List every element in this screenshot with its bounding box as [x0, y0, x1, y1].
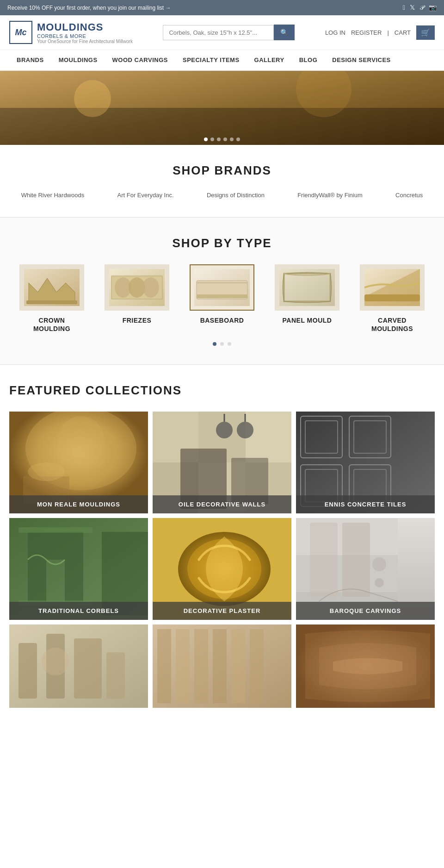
- nav-item-specialty[interactable]: SPECIALTY ITEMS: [175, 50, 247, 70]
- svg-rect-72: [176, 629, 190, 703]
- type-label-crown: CROWNMOULDING: [33, 316, 70, 333]
- cart-icon[interactable]: 🛒: [416, 25, 435, 40]
- type-item-baseboard[interactable]: BASEBOARD: [185, 264, 259, 325]
- promo-arrow: →: [165, 5, 171, 11]
- type-carousel-dots: [9, 342, 435, 346]
- logo-subtitle: CORBELS & MORE: [37, 33, 133, 39]
- collections-bottom-row: [9, 624, 435, 708]
- logo-tagline: Your OneSource for Fine Architectural Mi…: [37, 39, 133, 44]
- collection-label-oile-walls: OILE DECORATIVE WALLS: [153, 495, 291, 513]
- slider-dot-6[interactable]: [236, 137, 240, 141]
- cart-link[interactable]: CART: [395, 29, 411, 36]
- collection-ennis-tiles[interactable]: ENNIS CONCRETE TILES: [296, 412, 435, 513]
- register-link[interactable]: REGISTER: [351, 29, 382, 36]
- type-item-carved-mouldings[interactable]: CARVEDMOULDINGS: [355, 264, 429, 333]
- nav-list: BRANDS MOULDINGS WOOD CARVINGS SPECIALTY…: [9, 50, 435, 70]
- search-input[interactable]: [163, 25, 274, 40]
- brand-friendlywall[interactable]: FriendlyWall® by Finium: [297, 192, 363, 199]
- nav-item-wood-carvings[interactable]: WOOD CARVINGS: [105, 50, 175, 70]
- slider-dot-3[interactable]: [217, 137, 221, 141]
- svg-rect-68: [106, 652, 125, 699]
- slider-dot-4[interactable]: [223, 137, 227, 141]
- slider-dot-5[interactable]: [230, 137, 234, 141]
- brands-row: White River Hardwoods Art For Everyday I…: [9, 192, 435, 199]
- logo-area[interactable]: Mc MOULDINGS CORBELS & MORE Your OneSour…: [9, 21, 133, 44]
- svg-point-11: [142, 277, 159, 298]
- svg-point-25: [28, 462, 65, 481]
- nav-item-brands[interactable]: BRANDS: [9, 50, 51, 70]
- type-item-panel-mould[interactable]: PANEL MOULD: [270, 264, 344, 325]
- svg-rect-50: [18, 527, 92, 533]
- nav-item-blog[interactable]: BLOG: [292, 50, 325, 70]
- collection-label-mon-reale: MON REALE MOULDINGS: [9, 495, 148, 513]
- featured-title: FEATURED COLLECTIONS: [9, 383, 435, 398]
- cart-separator: |: [387, 29, 388, 36]
- slider-dot-1[interactable]: [204, 137, 208, 141]
- type-dot-2[interactable]: [220, 342, 224, 346]
- slider-dot-2[interactable]: [210, 137, 214, 141]
- collection-traditional-corbels[interactable]: TRADITIONAL CORBELS: [9, 518, 148, 620]
- type-label-friezes: FRIEZES: [123, 316, 152, 325]
- hero-slider-dots: [0, 134, 444, 145]
- type-item-friezes[interactable]: FRIEZES: [100, 264, 174, 325]
- type-dot-3[interactable]: [228, 342, 231, 346]
- hero-slider: [0, 71, 444, 145]
- svg-rect-75: [231, 629, 245, 703]
- nav-item-design-services[interactable]: DESIGN SERVICES: [325, 50, 398, 70]
- main-nav: BRANDS MOULDINGS WOOD CARVINGS SPECIALTY…: [0, 50, 444, 71]
- type-img-friezes: [105, 264, 169, 311]
- svg-rect-20: [364, 294, 420, 301]
- logo-title: MOULDINGS: [37, 21, 133, 33]
- svg-rect-14: [197, 294, 247, 298]
- nav-item-mouldings[interactable]: MOULDINGS: [51, 50, 105, 70]
- instagram-icon[interactable]: 📷: [429, 4, 437, 12]
- shop-by-type-title: SHOP BY TYPE: [9, 236, 435, 250]
- shop-brands-section: SHOP BRANDS White River Hardwoods Art Fo…: [0, 145, 444, 217]
- type-dot-1[interactable]: [213, 342, 216, 346]
- svg-rect-71: [157, 629, 171, 703]
- svg-point-63: [375, 578, 384, 587]
- collection-label-decorative-plaster: DECORATIVE PLASTER: [153, 602, 291, 620]
- twitter-icon[interactable]: 𝕏: [410, 4, 415, 12]
- svg-rect-76: [250, 629, 264, 703]
- brand-concretus[interactable]: Concretus: [395, 192, 423, 199]
- logo-text: MOULDINGS CORBELS & MORE Your OneSource …: [37, 21, 133, 44]
- collection-label-traditional-corbels: TRADITIONAL CORBELS: [9, 602, 148, 620]
- social-icons:  𝕏 𝒫 📷: [403, 4, 437, 12]
- type-items-row: CROWNMOULDING FRIEZES: [9, 264, 435, 333]
- type-item-crown[interactable]: CROWNMOULDING: [15, 264, 89, 333]
- search-button[interactable]: 🔍: [274, 25, 295, 40]
- nav-item-gallery[interactable]: GALLERY: [247, 50, 292, 70]
- collection-label-baroque-carvings: BAROQUE CARVINGS: [296, 602, 435, 620]
- shop-by-type-section: SHOP BY TYPE CROWNMOULDING: [0, 218, 444, 364]
- collection-bottom-2[interactable]: [153, 624, 291, 708]
- brand-art-everyday[interactable]: Art For Everyday Inc.: [117, 192, 173, 199]
- brand-designs-distinction[interactable]: Designs of Distinction: [207, 192, 265, 199]
- svg-point-2: [74, 80, 111, 117]
- shop-brands-title: SHOP BRANDS: [9, 163, 435, 178]
- svg-point-62: [372, 557, 386, 571]
- svg-rect-61: [342, 523, 370, 597]
- login-link[interactable]: LOG IN: [325, 29, 345, 36]
- header: Mc MOULDINGS CORBELS & MORE Your OneSour…: [0, 15, 444, 50]
- svg-point-34: [237, 422, 253, 438]
- type-img-baseboard: [190, 264, 254, 311]
- svg-rect-29: [246, 412, 291, 462]
- pinterest-icon[interactable]: 𝒫: [419, 4, 424, 12]
- collection-decorative-plaster[interactable]: DECORATIVE PLASTER: [153, 518, 291, 620]
- promo-text[interactable]: Receive 10% OFF your first order, when y…: [7, 5, 171, 11]
- type-img-carved-mouldings: [360, 264, 425, 311]
- svg-point-69: [42, 648, 69, 675]
- brand-white-river[interactable]: White River Hardwoods: [21, 192, 85, 199]
- collection-bottom-1[interactable]: [9, 624, 148, 708]
- collection-bottom-3[interactable]: [296, 624, 435, 708]
- collection-baroque-carvings[interactable]: BAROQUE CARVINGS: [296, 518, 435, 620]
- type-label-carved-mouldings: CARVEDMOULDINGS: [371, 316, 413, 333]
- svg-rect-6: [26, 300, 77, 304]
- type-label-panel-mould: PANEL MOULD: [283, 316, 332, 325]
- collection-oile-walls[interactable]: OILE DECORATIVE WALLS: [153, 412, 291, 513]
- collection-mon-reale[interactable]: MON REALE MOULDINGS: [9, 412, 148, 513]
- svg-point-33: [216, 422, 233, 438]
- search-area: 🔍: [163, 25, 295, 40]
- facebook-icon[interactable]: : [403, 4, 405, 12]
